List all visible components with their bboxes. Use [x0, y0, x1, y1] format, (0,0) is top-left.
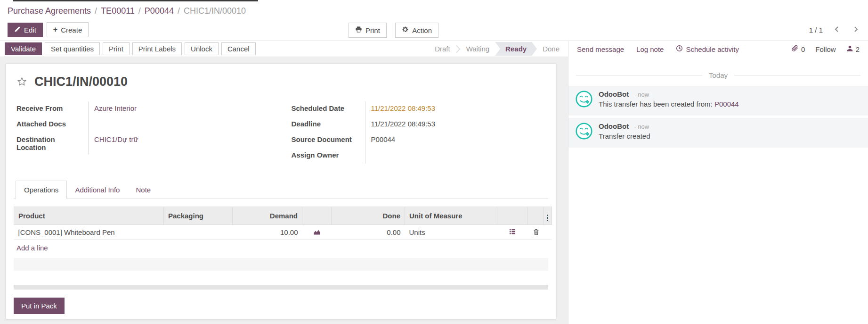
- odoobot-avatar: [575, 122, 593, 142]
- odoobot-avatar: [575, 90, 593, 110]
- chatter-panel: Send message Log note Schedule activity: [568, 41, 868, 324]
- print-labels-button[interactable]: Print Labels: [132, 42, 182, 55]
- add-a-line-link[interactable]: Add a line: [14, 240, 51, 256]
- field-group-left: Receive From Azure Interior Attached Doc…: [14, 101, 281, 164]
- field-value-source-document: P00044: [365, 133, 549, 148]
- column-header-packaging[interactable]: Packaging: [164, 207, 233, 225]
- breadcrumb-current: CHIC1/IN/00010: [184, 6, 246, 16]
- column-header-done[interactable]: Done: [332, 207, 405, 225]
- pager-previous-icon[interactable]: [832, 25, 842, 35]
- breadcrumb-separator: /: [95, 6, 97, 16]
- column-header-demand[interactable]: Demand: [233, 207, 302, 225]
- person-icon: [846, 45, 853, 53]
- detailed-operations-icon[interactable]: [508, 228, 517, 237]
- field-label-attached-docs: Attached Docs: [14, 117, 88, 133]
- odoo-window: Purchase Agreements / TE00011 / P00044 /…: [0, 0, 868, 324]
- attachments-button[interactable]: 0: [791, 45, 805, 54]
- tab-operations[interactable]: Operations: [16, 181, 67, 199]
- breadcrumb-link-purchase-agreements[interactable]: Purchase Agreements: [8, 6, 91, 16]
- statusbar: Validate Set quantities Print Print Labe…: [0, 41, 568, 57]
- field-label-receive-from: Receive From: [14, 101, 88, 117]
- forecast-chart-icon[interactable]: [312, 228, 322, 237]
- horizontal-scrollbar[interactable]: [14, 285, 548, 290]
- column-header-options: [544, 207, 552, 225]
- status-waiting[interactable]: Waiting: [461, 42, 495, 56]
- print-button[interactable]: Print: [349, 23, 387, 38]
- edit-button[interactable]: Edit: [8, 23, 43, 37]
- field-label-deadline: Deadline: [289, 117, 365, 133]
- cell-product: [CONS_0001] Whiteboard Pen: [14, 225, 164, 240]
- form-background: CHIC1/IN/00010 Receive From Azure Interi…: [0, 57, 568, 324]
- record-title: CHIC1/IN/00010: [34, 75, 128, 89]
- follow-button[interactable]: Follow: [815, 45, 836, 53]
- toggle-columns-icon[interactable]: [545, 214, 551, 223]
- breadcrumb: Purchase Agreements / TE00011 / P00044 /…: [0, 0, 868, 19]
- pager-counter: 1 / 1: [809, 26, 823, 34]
- trash-icon[interactable]: [532, 228, 541, 237]
- chatter-message: OdooBot - now This transfer has been cre…: [568, 86, 868, 116]
- column-header-product[interactable]: Product: [14, 207, 164, 225]
- pencil-icon: [14, 26, 21, 34]
- unlock-button[interactable]: Unlock: [185, 42, 219, 55]
- tab-note[interactable]: Note: [128, 181, 159, 199]
- message-author: OdooBot: [599, 122, 629, 130]
- chevron-right-icon: [456, 43, 461, 55]
- field-label-assign-owner: Assign Owner: [289, 148, 365, 164]
- status-ready[interactable]: Ready: [495, 42, 537, 56]
- message-author: OdooBot: [599, 90, 629, 98]
- column-header-forecast: [302, 207, 332, 225]
- date-divider: Today: [576, 71, 860, 79]
- message-link-p00044[interactable]: P00044: [714, 100, 739, 108]
- field-value-assign-owner: [365, 148, 549, 164]
- plus-icon: +: [53, 25, 57, 34]
- tab-additional-info[interactable]: Additional Info: [67, 181, 128, 199]
- status-draft[interactable]: Draft: [429, 42, 456, 56]
- statusbar-buttons: Validate Set quantities Print Print Labe…: [5, 42, 256, 55]
- create-button[interactable]: + Create: [47, 22, 89, 37]
- schedule-activity-button[interactable]: Schedule activity: [676, 45, 739, 53]
- clock-icon: [676, 45, 683, 53]
- validate-button[interactable]: Validate: [5, 42, 42, 55]
- favorite-star-icon[interactable]: [16, 76, 27, 87]
- attachment-count: 0: [801, 45, 805, 53]
- column-header-delete: [527, 207, 544, 225]
- operations-table: Product Packaging Demand Done Unit of Me…: [14, 207, 552, 240]
- field-value-receive-from[interactable]: Azure Interior: [88, 101, 281, 117]
- empty-list-stripe: [14, 258, 548, 271]
- form-sheet: CHIC1/IN/00010 Receive From Azure Interi…: [6, 64, 556, 319]
- field-value-destination-location[interactable]: CHIC1/Dự trữ: [88, 133, 281, 154]
- pager: 1 / 1: [809, 19, 860, 41]
- column-header-actions: [497, 207, 527, 225]
- control-panel: Edit + Create Print Action 1 / 1: [0, 19, 868, 41]
- breadcrumb-separator: /: [138, 6, 141, 16]
- cell-demand: 10.00: [233, 225, 302, 240]
- chatter-toolbar: Send message Log note Schedule activity: [568, 41, 868, 57]
- chatter-message: OdooBot - now Transfer created: [568, 118, 868, 148]
- message-text: Transfer created: [599, 132, 650, 140]
- status-pipeline: Draft Waiting Ready Done: [429, 42, 565, 56]
- table-row[interactable]: [CONS_0001] Whiteboard Pen 10.00 0.00 Un…: [14, 225, 552, 240]
- field-value-scheduled-date: 11/21/2022 08:49:53: [365, 101, 549, 117]
- cancel-button[interactable]: Cancel: [221, 42, 256, 55]
- field-label-scheduled-date: Scheduled Date: [289, 101, 365, 117]
- action-button[interactable]: Action: [395, 23, 438, 38]
- field-label-source-document: Source Document: [289, 133, 365, 148]
- field-value-deadline: 11/21/2022 08:49:53: [365, 117, 549, 133]
- message-time: - now: [634, 123, 649, 130]
- breadcrumb-link-te00011[interactable]: TE00011: [101, 6, 135, 16]
- set-quantities-button[interactable]: Set quantities: [45, 42, 100, 55]
- notebook-tabs: Operations Additional Info Note: [14, 181, 548, 199]
- put-in-pack-button[interactable]: Put in Pack: [14, 298, 65, 314]
- column-header-uom[interactable]: Unit of Measure: [405, 207, 497, 225]
- followers-button[interactable]: 2: [846, 45, 860, 53]
- gear-icon: [402, 26, 409, 34]
- send-message-button[interactable]: Send message: [577, 45, 624, 53]
- print-operation-button[interactable]: Print: [103, 42, 130, 55]
- message-text: This transfer has been created from:: [599, 100, 714, 108]
- message-time: - now: [634, 91, 649, 98]
- main-area: Validate Set quantities Print Print Labe…: [0, 41, 868, 324]
- status-done[interactable]: Done: [537, 42, 565, 56]
- pager-next-icon[interactable]: [851, 25, 860, 35]
- breadcrumb-link-p00044[interactable]: P00044: [145, 6, 174, 16]
- log-note-button[interactable]: Log note: [636, 45, 664, 53]
